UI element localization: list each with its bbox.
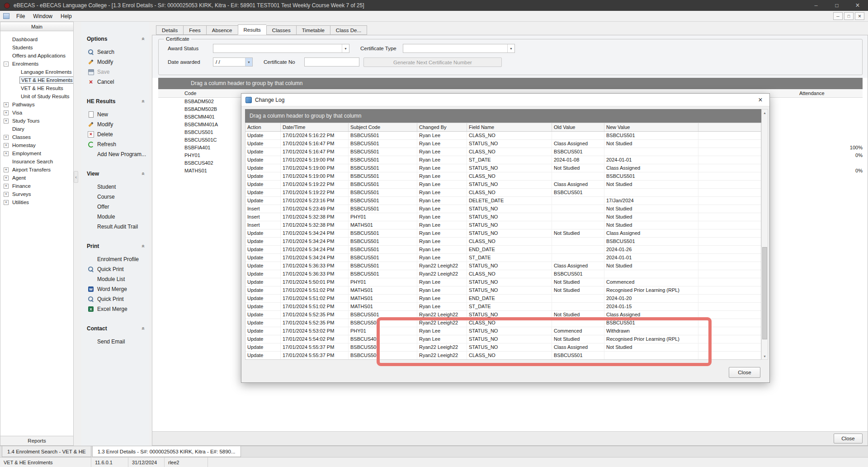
tree-expander-icon[interactable]	[4, 184, 9, 189]
collapse-chevron-icon[interactable]	[140, 245, 146, 248]
nav-tree-item[interactable]: Language Enrolments	[0, 68, 73, 76]
record-tab[interactable]: Class De...	[330, 25, 367, 35]
options-item[interactable]: Result Audit Trail	[81, 222, 149, 232]
nav-tree-item[interactable]: Finance	[0, 182, 73, 190]
tree-expander-icon[interactable]	[4, 135, 9, 140]
scroll-up-icon[interactable]	[762, 110, 768, 116]
change-log-column-header[interactable]: Date/Time	[281, 123, 349, 131]
tree-expander-icon[interactable]	[4, 176, 9, 181]
menu-item[interactable]: Help	[57, 11, 76, 21]
mdi-restore-button[interactable]	[844, 12, 854, 20]
nav-tree-item[interactable]: Visa	[0, 109, 73, 117]
menu-item[interactable]: Window	[29, 11, 57, 21]
options-item[interactable]: Offer	[81, 202, 149, 212]
options-item[interactable]: Course	[81, 192, 149, 202]
options-item[interactable]: Delete	[81, 129, 149, 139]
collapse-chevron-icon[interactable]	[140, 38, 146, 41]
collapse-chevron-icon[interactable]	[140, 327, 146, 330]
certificate-type-dropdown[interactable]	[403, 44, 515, 53]
dropdown-arrow-icon[interactable]	[342, 44, 349, 52]
record-tab[interactable]: Timetable	[296, 25, 330, 35]
options-section-header[interactable]: Print	[81, 242, 149, 251]
nav-tree-item[interactable]: VET & HE Results	[0, 84, 73, 92]
dialog-close-icon[interactable]	[755, 95, 765, 105]
dropdown-arrow-icon[interactable]	[507, 44, 514, 52]
change-log-row[interactable]: Insert 17/01/2024 5:32:38 PM MATHS01 Rya…	[245, 221, 761, 229]
tree-expander-icon[interactable]	[4, 62, 9, 67]
change-log-row[interactable]: Update 17/01/2024 5:34:24 PM BSBCUS501 R…	[245, 254, 761, 262]
scroll-down-icon[interactable]	[762, 353, 768, 359]
date-awarded-picker[interactable]: / /	[213, 57, 253, 67]
change-log-row[interactable]: Update 17/01/2024 5:34:24 PM BSBCUS501 R…	[245, 246, 761, 254]
tree-expander-icon[interactable]	[4, 192, 9, 197]
nav-tree-item[interactable]: Surveys	[0, 190, 73, 198]
maximize-button[interactable]	[826, 0, 847, 11]
options-item[interactable]: Enrolment Profile	[81, 254, 149, 264]
tree-expander-icon[interactable]	[4, 167, 9, 172]
change-log-column-header[interactable]: New Value	[604, 123, 698, 131]
options-item[interactable]: Module List	[81, 274, 149, 284]
change-log-column-header[interactable]: Action	[245, 123, 281, 131]
options-item[interactable]: Word Merge	[81, 284, 149, 294]
options-item[interactable]: Modify	[81, 119, 149, 129]
change-log-row[interactable]: Insert 17/01/2024 5:23:49 PM BSBCUS501 R…	[245, 205, 761, 213]
change-log-row[interactable]: Update 17/01/2024 5:34:24 PM BSBCUS501 R…	[245, 238, 761, 246]
panel-close-button[interactable]: Close	[834, 434, 863, 443]
record-tab[interactable]: Fees	[183, 25, 206, 35]
options-item[interactable]: Quick Print	[81, 294, 149, 304]
record-tab[interactable]: Absence	[206, 25, 238, 35]
record-tab[interactable]: Results	[238, 24, 266, 35]
nav-tree-item[interactable]: VET & HE Enrolments	[0, 76, 73, 84]
nav-tree-item[interactable]: Pathways	[0, 100, 73, 109]
options-item[interactable]: Quick Print	[81, 264, 149, 274]
nav-tree-item[interactable]: Dashboard	[0, 35, 73, 43]
change-log-row[interactable]: Update 17/01/2024 5:16:47 PM BSBCUS501 R…	[245, 140, 761, 148]
nav-tree-item[interactable]: Study Tours	[0, 117, 73, 125]
nav-tree-item[interactable]: Diary	[0, 125, 73, 133]
generate-certificate-button[interactable]: Generate Next Certificate Number	[363, 57, 502, 67]
options-section-header[interactable]: Contact	[81, 324, 149, 333]
options-section-header[interactable]: HE Results	[81, 97, 149, 106]
dialog-titlebar[interactable]: Change Log	[241, 94, 769, 106]
sidebar-splitter[interactable]: ‹	[74, 22, 78, 446]
options-section-header[interactable]: Options	[81, 34, 149, 43]
code-column-header[interactable]: Code	[158, 89, 196, 97]
nav-tree-item[interactable]: Utilities	[0, 198, 73, 206]
change-log-row[interactable]: Update 17/01/2024 5:34:24 PM BSBCUS501 R…	[245, 229, 761, 238]
dialog-group-by-hint-bar[interactable]: Drag a column header to group by that co…	[245, 109, 761, 123]
change-log-column-header[interactable]: Changed By	[417, 123, 467, 131]
change-log-row[interactable]: Update 17/01/2024 5:19:00 PM BSBCUS501 R…	[245, 172, 761, 181]
award-status-dropdown[interactable]	[213, 44, 349, 53]
options-item[interactable]: Student	[81, 182, 149, 192]
change-log-row[interactable]: Update 17/01/2024 5:50:01 PM PHY01 Ryan …	[245, 278, 761, 286]
options-item[interactable]: Refresh	[81, 139, 149, 149]
nav-tree-item[interactable]: Enrolments	[0, 60, 73, 68]
dialog-close-button[interactable]: Close	[729, 367, 760, 378]
change-log-row[interactable]: Update 17/01/2024 5:52:35 PM BSBCUS501 R…	[245, 311, 761, 319]
record-tab[interactable]: Details	[156, 25, 183, 35]
options-item[interactable]: Search	[81, 47, 149, 57]
change-log-row[interactable]: Update 17/01/2024 5:16:22 PM BSBCUS501 R…	[245, 132, 761, 140]
tree-expander-icon[interactable]	[4, 151, 9, 156]
options-item[interactable]: Excel Merge	[81, 304, 149, 314]
tree-expander-icon[interactable]	[4, 119, 9, 124]
nav-tree-item[interactable]: Employment	[0, 149, 73, 157]
change-log-row[interactable]: Update 17/01/2024 5:36:33 PM BSBCUS501 R…	[245, 270, 761, 278]
change-log-row[interactable]: Update 17/01/2024 5:52:35 PM BSBCUS501 R…	[245, 319, 761, 327]
change-log-column-header[interactable]: Old Value	[552, 123, 604, 131]
tree-expander-icon[interactable]	[4, 143, 9, 148]
change-log-row[interactable]: Update 17/01/2024 5:55:37 PM BSBCUS501 R…	[245, 343, 761, 352]
change-log-row[interactable]: Update 17/01/2024 5:19:22 PM BSBCUS501 R…	[245, 181, 761, 189]
change-log-row[interactable]: Update 17/01/2024 5:55:37 PM BSBCUS501 R…	[245, 352, 761, 360]
options-item[interactable]: Add New Program...	[81, 149, 149, 159]
nav-tree-item[interactable]: Agent	[0, 174, 73, 182]
attendance-column-header[interactable]: Attendance	[799, 89, 825, 97]
change-log-row[interactable]: Update 17/01/2024 5:19:00 PM BSBCUS501 R…	[245, 164, 761, 172]
change-log-row[interactable]: Update 17/01/2024 5:51:02 PM MATHS01 Rya…	[245, 286, 761, 295]
options-item[interactable]: Save	[81, 67, 149, 77]
minimize-button[interactable]	[806, 0, 826, 11]
change-log-row[interactable]: Update 17/01/2024 5:19:22 PM BSBCUS501 R…	[245, 189, 761, 197]
options-item[interactable]: Modify	[81, 57, 149, 67]
change-log-row[interactable]: Update 17/01/2024 5:53:02 PM PHY01 Ryan …	[245, 327, 761, 335]
options-item[interactable]: Cancel	[81, 77, 149, 87]
